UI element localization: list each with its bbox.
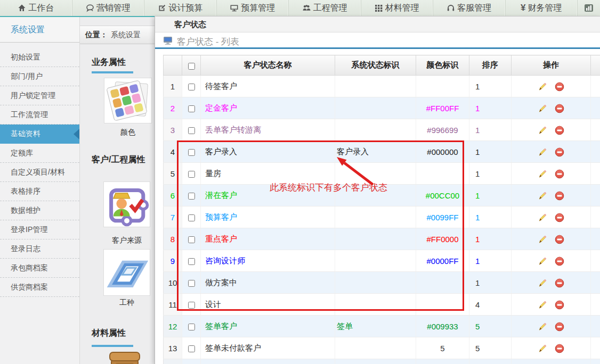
sidebar-item-用户锁定管理[interactable]: 用户锁定管理 [0, 86, 79, 105]
color-flag-cell: 5 [416, 337, 469, 359]
system-flag-cell [335, 228, 416, 250]
header-sort: 排序 [469, 55, 512, 76]
nav-item-营销管理[interactable]: 营销管理 [72, 0, 145, 16]
table-row: 12签单客户签单#0099335 [164, 316, 600, 337]
edit-pencil-icon[interactable] [538, 278, 547, 288]
work-type-card[interactable] [103, 249, 150, 296]
header-system-flag: 系统状态标识 [335, 55, 416, 76]
row-checkbox[interactable] [188, 193, 195, 200]
sidebar-item-自定义项目/材料[interactable]: 自定义项目/材料 [0, 163, 79, 182]
sidebar-item-定额库[interactable]: 定额库 [0, 144, 79, 163]
row-checkbox[interactable] [188, 105, 195, 112]
sidebar-item-工作流管理[interactable]: 工作流管理 [0, 105, 79, 125]
edit-pencil-icon[interactable] [538, 300, 547, 310]
nav-item-预算管理[interactable]: 预算管理 [217, 0, 289, 16]
nav-item-工程管理[interactable]: 工程管理 [289, 0, 361, 16]
delete-icon[interactable] [555, 257, 564, 266]
row-checkbox[interactable] [188, 127, 195, 134]
delete-icon[interactable] [555, 82, 564, 92]
row-select-cell [182, 97, 201, 119]
edit-pencil-icon[interactable] [538, 257, 547, 266]
chart-icon [584, 4, 594, 12]
sidebar-item-数据维护[interactable]: 数据维护 [0, 201, 79, 220]
row-checkbox[interactable] [188, 149, 195, 156]
row-checkbox[interactable] [188, 258, 195, 265]
delete-icon[interactable] [555, 322, 564, 332]
row-select-cell [182, 185, 201, 206]
sidebar-item-登录IP管理[interactable]: 登录IP管理 [0, 220, 79, 239]
edit-pencil-icon[interactable] [538, 235, 547, 244]
sidebar-item-供货商档案[interactable]: 供货商档案 [0, 278, 79, 297]
color-flag-cell: #0099FF [416, 206, 469, 228]
edit-pencil-icon[interactable] [538, 322, 547, 332]
nav-item-设计预算[interactable]: 设计预算 [144, 0, 217, 16]
delete-icon[interactable] [555, 147, 564, 157]
edit-pencil-icon[interactable] [538, 344, 547, 353]
delete-icon[interactable] [555, 278, 564, 288]
edit-icon [158, 4, 166, 12]
sidebar-item-表格排序[interactable]: 表格排序 [0, 182, 79, 201]
sidebar-title: 系统设置 [0, 17, 79, 43]
row-checkbox[interactable] [188, 302, 195, 309]
row-select-cell [182, 163, 201, 185]
sort-cell: 1 [469, 185, 512, 206]
table-row: 8重点客户#FF00001 [164, 228, 600, 250]
system-flag-cell: 签单 [335, 316, 416, 337]
row-checkbox[interactable] [188, 84, 195, 90]
row-checkbox[interactable] [188, 345, 195, 352]
filler-cell [591, 76, 600, 97]
row-number-cell: 13 [164, 337, 182, 359]
actions-cell [512, 272, 591, 294]
delete-icon[interactable] [555, 104, 564, 113]
nav-item-chart-icon[interactable] [578, 0, 600, 16]
sidebar-item-初始设置[interactable]: 初始设置 [0, 48, 79, 67]
delete-icon[interactable] [555, 126, 564, 135]
color-setting-label: 颜色 [104, 128, 152, 137]
row-checkbox[interactable] [188, 236, 195, 243]
sidebar-item-部门/用户[interactable]: 部门/用户 [0, 67, 79, 86]
delete-icon[interactable] [555, 213, 564, 222]
sort-cell: 5 [469, 316, 512, 337]
edit-pencil-icon[interactable] [538, 126, 547, 135]
customer-source-card[interactable] [103, 181, 150, 227]
row-checkbox[interactable] [188, 280, 195, 287]
sort-cell: 1 [469, 250, 512, 272]
sidebar-item-基础资料[interactable]: 基础资料 [0, 125, 79, 144]
material-box-icon[interactable] [109, 351, 140, 364]
nav-item-财务管理[interactable]: ¥财务管理 [506, 0, 578, 16]
color-setting-card[interactable] [104, 78, 152, 123]
delete-icon[interactable] [555, 300, 564, 310]
delete-icon[interactable] [555, 191, 564, 201]
nav-item-材料管理[interactable]: 材料管理 [361, 0, 434, 16]
edit-pencil-icon[interactable] [538, 147, 547, 157]
computer-icon [163, 36, 173, 48]
color-flag-cell [416, 272, 469, 294]
edit-pencil-icon[interactable] [538, 82, 547, 92]
status-name-cell: 预算客户 [201, 206, 335, 228]
top-nav: 工作台营销管理设计预算预算管理工程管理材料管理客服管理¥财务管理 [0, 0, 600, 17]
edit-pencil-icon[interactable] [538, 213, 547, 222]
sidebar-item-承包商档案[interactable]: 承包商档案 [0, 259, 79, 278]
nav-item-客服管理[interactable]: 客服管理 [433, 0, 506, 16]
settings-column: 位置：系统设置 业务属性 颜色 客户/工程属性 [80, 17, 155, 364]
select-all-checkbox[interactable] [188, 63, 195, 70]
delete-icon[interactable] [555, 344, 564, 353]
sidebar-item-登录日志[interactable]: 登录日志 [0, 239, 79, 259]
row-checkbox[interactable] [188, 171, 195, 178]
nav-item-工作台[interactable]: 工作台 [0, 0, 72, 16]
row-number-cell: 3 [164, 119, 182, 141]
customer-status-dialog: 客户状态 客户状态 - 列表 [155, 16, 600, 364]
row-select-cell [182, 337, 201, 359]
delete-icon[interactable] [555, 169, 564, 179]
delete-icon[interactable] [555, 235, 564, 244]
filler-cell [591, 337, 600, 359]
edit-pencil-icon[interactable] [538, 169, 547, 179]
sidebar-item-label: 登录日志 [11, 244, 40, 253]
table-header-row: 客户状态名称 系统状态标识 颜色标识 排序 操作 [164, 55, 600, 76]
row-checkbox[interactable] [188, 214, 195, 221]
sort-cell [469, 359, 512, 364]
edit-pencil-icon[interactable] [538, 104, 547, 113]
edit-pencil-icon[interactable] [538, 191, 547, 201]
section-business-underline [92, 71, 133, 73]
row-checkbox[interactable] [188, 324, 195, 330]
